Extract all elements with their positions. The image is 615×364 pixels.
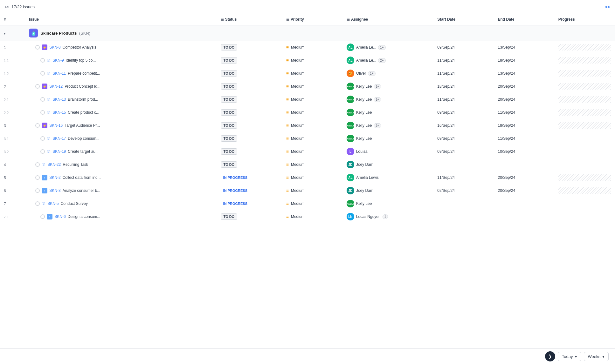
priority-cell[interactable]: ≡ Medium: [282, 171, 343, 184]
issue-link[interactable]: SKN-5: [47, 201, 59, 206]
start-date-cell: [433, 210, 494, 223]
issue-link[interactable]: SKN-11: [52, 71, 66, 76]
issue-title: Collect data from ind...: [63, 175, 101, 180]
priority-cell[interactable]: ≡ Medium: [282, 119, 343, 132]
assignee-cell: L Louisa: [343, 145, 433, 158]
table-row: 2.1 ☑ SKN-13 Brainstorm prod... TO DO ≡ …: [0, 93, 615, 106]
priority-cell[interactable]: ≡ Medium: [282, 54, 343, 67]
issue-link[interactable]: SKN-16: [49, 123, 63, 128]
start-date-cell: 16/Sep/24: [433, 119, 494, 132]
circle-status-icon: [40, 110, 45, 115]
status-cell[interactable]: TO DO: [217, 145, 282, 158]
status-cell[interactable]: TO DO: [217, 80, 282, 93]
table-row: 7 ☑ SKN-5 Conduct Survey IN PROGRESS ≡ M…: [0, 197, 615, 210]
status-cell[interactable]: TO DO: [217, 158, 282, 171]
progress-bar: [558, 57, 611, 64]
col-assignee[interactable]: ☰Assignee: [343, 14, 433, 25]
priority-cell[interactable]: ≡ Medium: [282, 80, 343, 93]
start-date-cell: 11/Sep/24: [433, 54, 494, 67]
row-number: 1.2: [0, 67, 25, 80]
priority-cell[interactable]: ≡ Medium: [282, 41, 343, 54]
priority-cell[interactable]: ≡ Medium: [282, 106, 343, 119]
issue-link[interactable]: SKN-15: [52, 110, 66, 115]
issue-link[interactable]: SKN-8: [49, 45, 60, 50]
priority-cell[interactable]: ≡ Medium: [282, 158, 343, 171]
issue-title: Product Concept Id...: [65, 84, 100, 89]
expand-icon[interactable]: >>: [605, 4, 610, 10]
priority-cell[interactable]: ≡ Medium: [282, 145, 343, 158]
status-badge: TO DO: [221, 44, 238, 51]
status-cell[interactable]: IN PROGRESS: [217, 171, 282, 184]
issue-title: Analyze consumer b...: [63, 188, 100, 193]
row-number: 3.1: [0, 132, 25, 145]
priority-cell[interactable]: ≡ Medium: [282, 197, 343, 210]
progress-cell: [555, 106, 615, 119]
priority-cell[interactable]: ≡ Medium: [282, 93, 343, 106]
status-cell[interactable]: IN PROGRESS: [217, 184, 282, 197]
status-badge: TO DO: [221, 70, 238, 77]
avatar: JD: [347, 161, 354, 168]
issue-link[interactable]: SKN-22: [47, 162, 61, 167]
issue-title: Design a consum...: [68, 214, 100, 219]
avatar: JD: [347, 187, 354, 194]
issue-link[interactable]: SKN-17: [52, 136, 66, 141]
extra-badge: 1+: [374, 97, 381, 102]
end-date-cell: 20/Sep/24: [494, 184, 555, 197]
row-number: 2.2: [0, 106, 25, 119]
priority-label: Medium: [291, 45, 305, 50]
issue-cell: ⚡ SKN-8 Competitor Analysis: [25, 41, 217, 54]
issue-link[interactable]: SKN-19: [52, 149, 66, 154]
assignee-cell: JD Joey Dam: [343, 184, 433, 197]
circle-status-icon: [35, 162, 40, 167]
assignee-name: Amelia Le...: [356, 58, 376, 63]
issue-link[interactable]: SKN-12: [49, 84, 63, 89]
priority-cell[interactable]: ≡ Medium: [282, 210, 343, 223]
issue-title: Prepare competit...: [68, 71, 100, 76]
status-cell[interactable]: TO DO: [217, 132, 282, 145]
status-cell[interactable]: TO DO: [217, 210, 282, 223]
issue-cell: ⚡ SKN-16 Target Audience Pr...: [25, 119, 217, 132]
priority-label: Medium: [291, 110, 305, 115]
issue-cell: ☑ SKN-15 Create product c...: [25, 106, 217, 119]
table-container: # Issue ☰Status ☰Priority ☰Assignee Star…: [0, 14, 615, 223]
priority-cell[interactable]: ≡ Medium: [282, 67, 343, 80]
avatar: KELLY: [347, 200, 354, 207]
circle-status-icon: [40, 97, 45, 102]
check-icon: ☑: [47, 71, 51, 76]
end-date-cell: 18/Sep/24: [494, 54, 555, 67]
status-cell[interactable]: TO DO: [217, 93, 282, 106]
issue-link[interactable]: SKN-6: [54, 214, 66, 219]
col-priority[interactable]: ☰Priority: [282, 14, 343, 25]
check-icon: ☑: [47, 110, 51, 115]
circle-status-icon: [35, 201, 40, 206]
issue-link[interactable]: SKN-2: [49, 175, 60, 180]
extra-badge: 1: [383, 214, 388, 219]
issue-link[interactable]: SKN-9: [52, 58, 64, 63]
progress-cell: [555, 54, 615, 67]
priority-cell[interactable]: ≡ Medium: [282, 184, 343, 197]
avatar: KELLY: [347, 96, 354, 103]
status-cell[interactable]: TO DO: [217, 119, 282, 132]
status-cell[interactable]: IN PROGRESS: [217, 197, 282, 210]
col-status[interactable]: ☰Status: [217, 14, 282, 25]
top-bar: 🗂 17/22 issues >>: [0, 0, 615, 14]
status-badge: TO DO: [221, 213, 238, 220]
status-badge: TO DO: [221, 161, 238, 168]
priority-cell[interactable]: ≡ Medium: [282, 132, 343, 145]
avatar: KELLY: [347, 109, 354, 116]
priority-label: Medium: [291, 162, 305, 167]
issue-link[interactable]: SKN-13: [52, 97, 66, 102]
issue-link[interactable]: SKN-3: [49, 188, 60, 193]
col-num: #: [0, 14, 25, 25]
assignee-name: Kelly Lee: [356, 97, 372, 102]
check-icon: ☑: [47, 97, 51, 102]
status-badge: TO DO: [221, 135, 238, 142]
group-chevron[interactable]: ▾: [0, 25, 25, 41]
status-cell[interactable]: TO DO: [217, 41, 282, 54]
end-date-cell: 18/Sep/24: [494, 119, 555, 132]
status-cell[interactable]: TO DO: [217, 67, 282, 80]
row-number: 3: [0, 119, 25, 132]
status-cell[interactable]: TO DO: [217, 54, 282, 67]
status-cell[interactable]: TO DO: [217, 106, 282, 119]
issue-title: Identify top 5 co...: [66, 58, 96, 63]
